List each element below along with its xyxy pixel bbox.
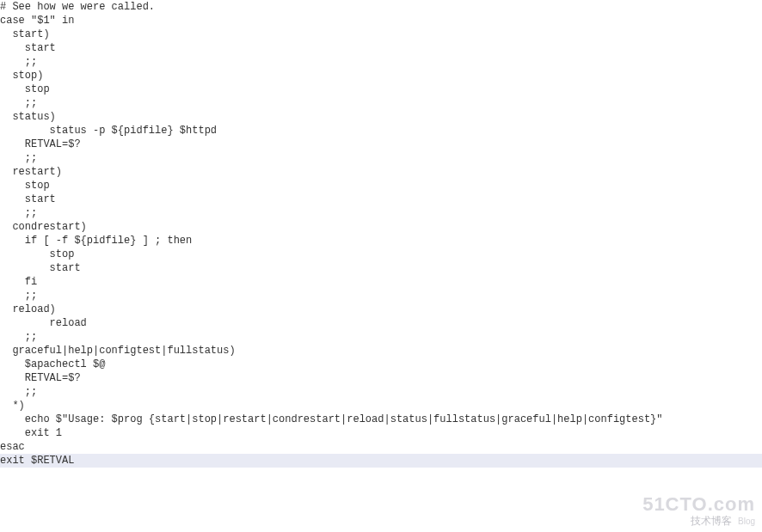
code-line: condrestart) xyxy=(0,221,87,233)
code-line: restart) xyxy=(0,166,62,178)
code-line: $apachectl $@ xyxy=(0,358,105,370)
code-line: ;; xyxy=(0,290,37,302)
code-line: stop xyxy=(0,180,50,192)
code-line: stop xyxy=(0,248,74,260)
code-line: *) xyxy=(0,400,25,412)
code-line: start xyxy=(0,262,81,274)
code-line: RETVAL=$? xyxy=(0,372,81,384)
code-line: reload xyxy=(0,317,87,329)
code-line: ;; xyxy=(0,207,37,219)
code-line: ;; xyxy=(0,56,37,68)
code-line: case "$1" in xyxy=(0,15,74,27)
watermark-sub: 技术博客 Blog xyxy=(642,514,755,529)
code-line: stop) xyxy=(0,70,43,82)
code-line: start xyxy=(0,193,56,205)
code-line-highlighted: exit $RETVAL xyxy=(0,454,762,468)
code-line: RETVAL=$? xyxy=(0,138,81,150)
code-line: ;; xyxy=(0,386,37,398)
code-line: ;; xyxy=(0,152,37,164)
code-line: status -p ${pidfile} $httpd xyxy=(0,125,217,137)
code-line: # See how we were called. xyxy=(0,1,155,13)
code-line: reload) xyxy=(0,303,56,315)
code-line: start xyxy=(0,42,56,54)
code-line: graceful|help|configtest|fullstatus) xyxy=(0,345,236,357)
code-line: status) xyxy=(0,111,56,123)
code-line: fi xyxy=(0,276,37,288)
code-line: if [ -f ${pidfile} ] ; then xyxy=(0,235,192,247)
code-line: exit 1 xyxy=(0,427,62,439)
code-block: # See how we were called. case "$1" in s… xyxy=(0,0,762,468)
code-line: start) xyxy=(0,28,50,40)
code-line: echo $"Usage: $prog {start|stop|restart|… xyxy=(0,413,663,425)
watermark: 51CTO.com 技术博客 Blog xyxy=(642,495,755,529)
code-line: esac xyxy=(0,441,25,453)
code-line: ;; xyxy=(0,331,37,343)
watermark-main: 51CTO.com xyxy=(642,495,755,514)
code-line: ;; xyxy=(0,97,37,109)
code-line: stop xyxy=(0,83,50,95)
